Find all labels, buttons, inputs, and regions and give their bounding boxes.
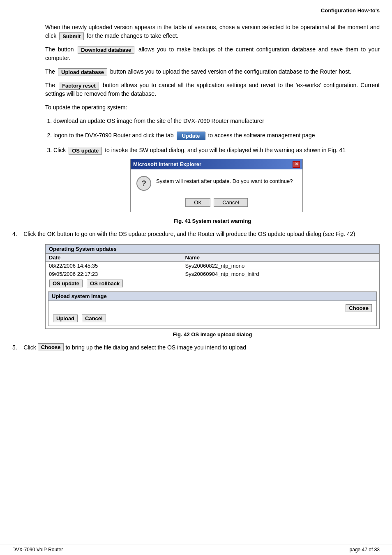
dialog-box: Microsoft Internet Explorer ✕ ? System w… [130,159,303,213]
upload-text-before: The [45,68,55,75]
upload-body: Choose Upload Cancel [48,301,376,326]
upload-system-section: Upload system image Choose Upload Cancel [48,291,377,326]
page-container: Configuration How-to's When the newly up… [0,0,392,555]
list-item-3-text-before: Click [53,147,66,153]
dialog-question-icon: ? [136,176,151,191]
dialog-body: ? System will restart after update. Do y… [131,169,302,196]
item5-number: 5. [12,343,22,352]
dialog-footer: OK Cancel [131,196,302,212]
list-item-3: Click OS update to invoke the SW upload … [53,146,380,213]
os-rollback-button[interactable]: OS rollback [87,280,123,287]
row2-name: Sys20060904_ntp_mono_initrd [182,270,379,278]
submit-paragraph: When the newly uploaded version appears … [45,23,380,40]
col-name-header: Name [182,254,379,262]
dialog-cancel-button[interactable]: Cancel [214,198,247,207]
factory-reset-paragraph: The Factory reset button allows you to c… [45,81,380,98]
page-footer: DVX-7090 VoIP Router page 47 of 83 [0,544,392,555]
download-database-button[interactable]: Download database [78,46,134,54]
row1-date: 08/22/2006 14:45:35 [46,262,182,270]
table-row: 09/05/2006 22:17:23 Sys20060904_ntp_mono… [46,270,379,278]
list-item-2: logon to the DVX-7090 Router and click t… [53,131,380,140]
submit-button[interactable]: Submit [59,32,84,40]
upload-button[interactable]: Upload [53,314,78,322]
page-header: Configuration How-to's [0,0,392,17]
upload-database-button[interactable]: Upload database [58,68,107,76]
list-item-2-text-after: to access the software management page [208,132,315,139]
factory-text-before: The [45,82,55,88]
download-paragraph: The button Download database allows you … [45,45,380,62]
header-title: Configuration How-to's [321,7,380,14]
choose-button-item5[interactable]: Choose [38,343,64,351]
col-date-header: Date [46,254,182,262]
factory-reset-button[interactable]: Factory reset [59,82,99,90]
upload-action-row: Upload Cancel [52,314,373,322]
main-content: When the newly uploaded version appears … [0,17,392,382]
update-intro: To update the operating system: [45,103,380,112]
update-tab-button[interactable]: Update [177,132,205,140]
item4-text: Click the OK button to go on with the OS… [23,231,355,237]
upload-paragraph: The Upload database button allows you to… [45,67,380,76]
list-item-3-text-after: to invoke the SW upload dialog, and you … [105,147,346,153]
item5-text-before: Click [23,343,36,352]
dialog-titlebar: Microsoft Internet Explorer ✕ [131,159,302,170]
list-item-1: download an update OS image from the sit… [53,117,380,125]
dialog-ok-button[interactable]: OK [185,198,210,207]
dialog-title: Microsoft Internet Explorer [133,160,201,169]
item4-number: 4. [12,231,22,237]
row1-name: Sys20060822_ntp_mono [182,262,379,270]
os-update-button[interactable]: OS update [69,147,102,155]
fig42-caption: Fig. 42 OS image upload dialog [45,331,380,338]
list-item-2-text-before: logon to the DVX-7090 Router and click t… [53,132,174,139]
choose-button-upload[interactable]: Choose [346,304,372,312]
dialog-message: System will restart after update. Do you… [156,176,293,185]
footer-right: page 47 of 83 [350,547,380,553]
dialog-close-button[interactable]: ✕ [293,161,300,168]
os-table-btn-row: OS update OS rollback [46,278,379,289]
os-updates-title: Operating System updates [46,245,379,254]
table-row: 08/22/2006 14:45:35 Sys20060822_ntp_mono [46,262,379,270]
footer-left: DVX-7090 VoIP Router [12,547,63,553]
row2-date: 09/05/2006 22:17:23 [46,270,182,278]
cancel-upload-button[interactable]: Cancel [82,314,106,322]
item4-paragraph: 4. Click the OK button to go on with the… [12,230,380,238]
os-updates-table: Date Name 08/22/2006 14:45:35 Sys2006082… [46,254,379,278]
update-steps-list: download an update OS image from the sit… [53,117,380,212]
upload-text-after: button allows you to upload the saved ve… [110,68,351,75]
item5-text-after: to bring up the file dialog and select t… [65,343,246,352]
download-text-before: The button [45,46,74,53]
list-item-1-text: download an update OS image from the sit… [53,118,264,124]
os-update-table-button[interactable]: OS update [49,280,83,287]
upload-choose-row: Choose [52,304,373,312]
item5-paragraph: 5. Click Choose to bring up the file dia… [12,343,380,352]
os-updates-section: Operating System updates Date Name 08/22… [45,244,380,329]
upload-system-title: Upload system image [48,292,376,301]
dialog-container: Microsoft Internet Explorer ✕ ? System w… [53,159,380,213]
fig41-caption: Fig. 41 System restart warning [45,218,380,224]
submit-text-after: for the made changes to take effect. [87,32,178,39]
